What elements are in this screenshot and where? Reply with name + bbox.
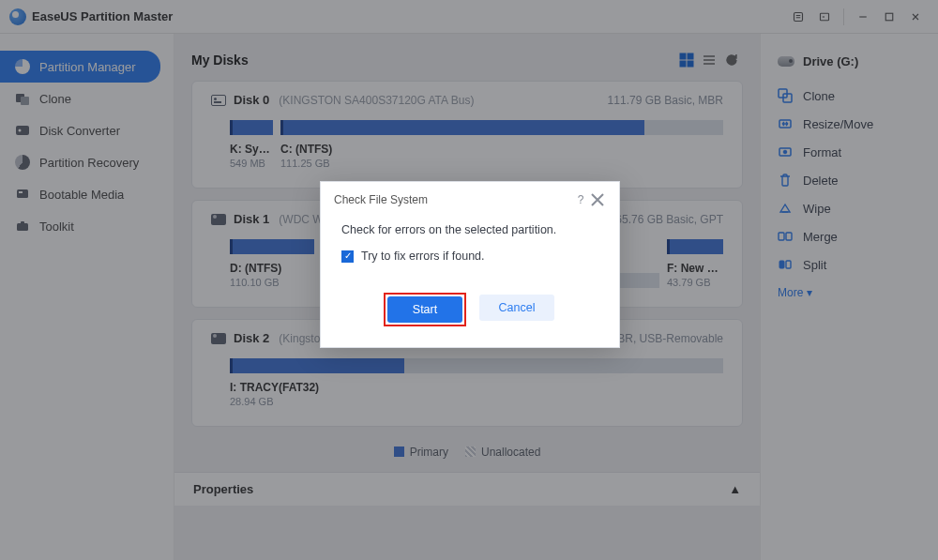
checkbox-checked-icon: ✓: [341, 250, 354, 263]
dialog-help-button[interactable]: ?: [572, 191, 589, 208]
dialog-message: Check for errors on the selected partiti…: [341, 223, 598, 236]
check-file-system-dialog: Check File System ? Check for errors on …: [320, 181, 620, 348]
dialog-title: Check File System: [334, 193, 428, 206]
start-button-highlight: Start: [384, 293, 466, 326]
fix-errors-checkbox[interactable]: ✓ Try to fix errors if found.: [341, 250, 598, 263]
dialog-close-button[interactable]: [589, 191, 606, 208]
checkbox-label: Try to fix errors if found.: [361, 250, 485, 263]
start-button[interactable]: Start: [387, 296, 462, 323]
cancel-button[interactable]: Cancel: [479, 295, 554, 321]
